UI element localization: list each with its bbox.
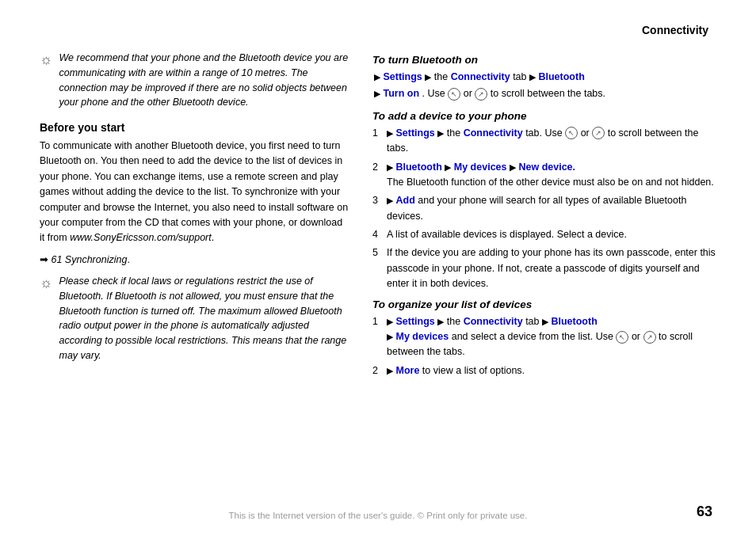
arrow-icon: ▶ bbox=[387, 128, 393, 138]
list-item: 2 ▶ Bluetooth ▶ My devices ▶ New device.… bbox=[372, 160, 716, 191]
more-link: More bbox=[395, 365, 419, 376]
page-footer: This is the Internet version of the user… bbox=[0, 511, 756, 520]
nav-icon: ↖ bbox=[616, 331, 628, 344]
turn-bluetooth-heading-text: To turn Bluetooth on bbox=[372, 54, 478, 66]
page-header: Connectivity bbox=[40, 24, 716, 36]
list-item: 1 ▶ Settings ▶ the Connectivity tab. Use… bbox=[372, 126, 716, 157]
organize-devices-heading-text: To organize your list of devices bbox=[372, 298, 532, 310]
nav-icon: ↖ bbox=[565, 127, 578, 139]
bluetooth-link: Bluetooth bbox=[395, 162, 441, 173]
arrow-icon: ▶ bbox=[387, 162, 393, 172]
step-num: 5 bbox=[372, 245, 382, 291]
nav-icon-2: ↗ bbox=[592, 127, 605, 139]
turn-on-link: Turn on bbox=[383, 88, 419, 99]
arrow-icon: ▶ bbox=[437, 317, 444, 326]
arrow-icon: ▶ bbox=[387, 332, 393, 341]
bluetooth-link: Bluetooth bbox=[538, 71, 584, 82]
list-item: 3 ▶ Add and your phone will search for a… bbox=[372, 193, 716, 224]
left-column: ☼ We recommend that your phone and the B… bbox=[40, 51, 349, 385]
tip-text-1: We recommend that your phone and the Blu… bbox=[59, 51, 349, 110]
list-item: 2 ▶ More to view a list of options. bbox=[372, 363, 716, 378]
step-content: ▶ Settings ▶ the Connectivity tab. Use ↖… bbox=[387, 126, 716, 157]
arrow-icon-3: ▶ bbox=[529, 72, 536, 82]
step2-text: The Bluetooth function of the other devi… bbox=[387, 177, 714, 188]
arrow-icon: ▶ bbox=[542, 317, 548, 326]
new-device-link: New device. bbox=[518, 162, 575, 173]
step-content: ▶ Add and your phone will search for all… bbox=[387, 193, 716, 224]
arrow-icon: ▶ bbox=[387, 366, 393, 375]
page-number: 63 bbox=[697, 504, 712, 520]
step-num: 4 bbox=[372, 227, 382, 242]
nav-icon-2: ↗ bbox=[643, 331, 656, 344]
add-device-heading: To add a device to your phone bbox=[372, 110, 716, 122]
connectivity-link: Connectivity bbox=[464, 127, 523, 139]
step3-text: and your phone will search for all types… bbox=[387, 195, 686, 221]
section-organize-devices: To organize your list of devices 1 ▶ Set… bbox=[372, 298, 716, 379]
before-you-start-section: Before you start To communicate with ano… bbox=[40, 121, 349, 268]
the-text: the bbox=[447, 316, 464, 327]
footer-text: This is the Internet version of the user… bbox=[229, 511, 528, 520]
before-you-start-body: To communicate with another Bluetooth de… bbox=[40, 139, 349, 246]
add-link: Add bbox=[395, 195, 414, 206]
tip-text-2: Please check if local laws or regulation… bbox=[59, 274, 349, 363]
list-item: 4 A list of available devices is display… bbox=[372, 227, 716, 242]
tip-icon-2: ☼ bbox=[40, 275, 53, 363]
connectivity-link: Connectivity bbox=[451, 71, 510, 82]
step-content: ▶ More to view a list of options. bbox=[387, 363, 716, 378]
list-item: 1 ▶ Settings ▶ the Connectivity tab ▶ Bl… bbox=[372, 314, 716, 360]
arrow-icon: ➡ bbox=[40, 254, 48, 265]
step-content: A list of available devices is displayed… bbox=[387, 227, 716, 242]
or-text: or bbox=[581, 127, 593, 139]
step-content: ▶ Bluetooth ▶ My devices ▶ New device. T… bbox=[387, 160, 716, 191]
my-devices-link: My devices bbox=[395, 331, 449, 342]
or-text: or bbox=[464, 88, 475, 99]
section-turn-bluetooth-on: To turn Bluetooth on ▶ Settings ▶ the Co… bbox=[372, 54, 716, 102]
tip-icon-1: ☼ bbox=[40, 51, 53, 110]
nav-left-icon: ↖ bbox=[448, 88, 460, 101]
step-content: ▶ Settings ▶ the Connectivity tab ▶ Blue… bbox=[387, 314, 716, 360]
arrow-icon: ▶ bbox=[445, 162, 451, 172]
connectivity-link: Connectivity bbox=[464, 316, 523, 327]
arrow-icon-2: ▶ bbox=[425, 72, 431, 82]
arrow-icon: ▶ bbox=[437, 128, 444, 138]
turn-bluetooth-step1: ▶ Settings ▶ the Connectivity tab ▶ Blue… bbox=[372, 70, 716, 85]
organize-device-steps: 1 ▶ Settings ▶ the Connectivity tab ▶ Bl… bbox=[372, 314, 716, 379]
scroll-text: to scroll between the tabs. bbox=[491, 88, 605, 99]
right-column: To turn Bluetooth on ▶ Settings ▶ the Co… bbox=[372, 51, 716, 385]
content-area: ☼ We recommend that your phone and the B… bbox=[40, 51, 716, 385]
use-text: . Use bbox=[422, 88, 449, 99]
more-text: to view a list of options. bbox=[422, 365, 525, 376]
add-device-heading-text: To add a device to your phone bbox=[372, 110, 527, 122]
step-num: 2 bbox=[372, 363, 382, 378]
tip-block-1: ☼ We recommend that your phone and the B… bbox=[40, 51, 349, 110]
my-devices-link: My devices bbox=[454, 162, 507, 173]
the-text: the bbox=[447, 127, 464, 139]
arrow-icon: ▶ bbox=[510, 162, 516, 172]
synchronizing-ref: ➡ 61 Synchronizing. bbox=[40, 253, 349, 268]
settings-link: Settings bbox=[383, 71, 422, 82]
header-title: Connectivity bbox=[642, 24, 708, 36]
the-text: the bbox=[434, 71, 451, 82]
section-add-device: To add a device to your phone 1 ▶ Settin… bbox=[372, 110, 716, 292]
turn-bluetooth-step2: ▶ Turn on . Use ↖ or ↗ to scroll between… bbox=[372, 86, 716, 101]
turn-bluetooth-heading: To turn Bluetooth on bbox=[372, 54, 716, 66]
nav-right-icon: ↗ bbox=[475, 88, 487, 101]
organize-devices-heading: To organize your list of devices bbox=[372, 298, 716, 310]
tip-block-2: ☼ Please check if local laws or regulati… bbox=[40, 274, 349, 363]
arrow-icon: ▶ bbox=[387, 317, 393, 326]
tab-text: tab bbox=[513, 71, 529, 82]
step-num: 3 bbox=[372, 193, 382, 224]
add-device-steps: 1 ▶ Settings ▶ the Connectivity tab. Use… bbox=[372, 126, 716, 292]
arrow-icon-4: ▶ bbox=[374, 89, 380, 98]
select-text: and select a device from the list. Use bbox=[452, 331, 617, 342]
list-item: 5 If the device you are adding to your p… bbox=[372, 245, 716, 291]
step-num: 1 bbox=[372, 314, 382, 360]
step-num: 1 bbox=[372, 126, 382, 157]
tab-text: tab bbox=[525, 316, 542, 327]
arrow-icon: ▶ bbox=[374, 72, 380, 82]
tab-use: tab. Use bbox=[525, 127, 565, 139]
arrow-icon: ▶ bbox=[387, 196, 393, 205]
settings-link: Settings bbox=[395, 127, 434, 139]
settings-link: Settings bbox=[395, 316, 434, 327]
step-content: If the device you are adding to your pho… bbox=[387, 245, 716, 291]
